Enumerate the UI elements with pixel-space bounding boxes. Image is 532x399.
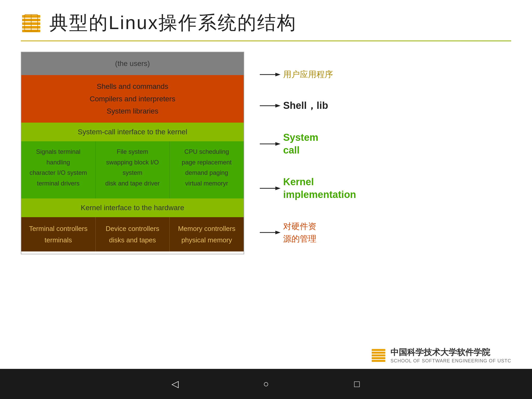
recents-button[interactable]: □ bbox=[350, 377, 363, 390]
kernel-col-cpu: CPU scheduling page replacement demand p… bbox=[170, 141, 244, 198]
bottom-logo: 中国科学技术大学软件学院 SCHOOL OF SOFTWARE ENGINEER… bbox=[371, 347, 511, 364]
ctrl-col-device: Device controllers disks and tapes bbox=[96, 217, 170, 251]
bottom-logo-icon bbox=[371, 347, 386, 364]
svg-rect-18 bbox=[372, 352, 385, 354]
ann-shell: Shell，lib bbox=[260, 99, 511, 112]
svg-rect-21 bbox=[372, 360, 385, 362]
layer-kernel-impl: Signals terminal handling character I/O … bbox=[21, 141, 244, 198]
android-nav-bar: ◁ ○ □ bbox=[0, 369, 532, 399]
bottom-logo-text: 中国科学技术大学软件学院 SCHOOL OF SOFTWARE ENGINEER… bbox=[390, 347, 511, 364]
divider bbox=[21, 41, 511, 41]
ann-syscall: System call bbox=[260, 131, 511, 157]
arrow-syscall-icon bbox=[260, 140, 281, 148]
ann-hw: 对硬件资 源的管理 bbox=[260, 220, 511, 245]
page-title: 典型的Linux操作系统的结构 bbox=[49, 10, 297, 35]
arrow-kernel-icon bbox=[260, 184, 281, 192]
school-name: 中国科学技术大学软件学院 bbox=[390, 347, 511, 358]
svg-marker-12 bbox=[275, 142, 281, 146]
ctrl-col-terminal: Terminal controllers terminals bbox=[21, 217, 96, 251]
arrow-shell-icon bbox=[260, 102, 281, 110]
layer-controllers: Terminal controllers terminals Device co… bbox=[21, 217, 244, 251]
layer-orange: Shells and commands Compilers and interp… bbox=[21, 75, 244, 123]
layer-syscall: System-call interface to the kernel bbox=[21, 123, 244, 141]
arrow-users-icon bbox=[260, 71, 281, 78]
svg-rect-20 bbox=[372, 357, 385, 359]
kernel-line2: implementation bbox=[283, 188, 356, 201]
content: (the users) Shells and commands Compiler… bbox=[0, 52, 532, 254]
shell-label: Shell，lib bbox=[283, 99, 328, 112]
svg-rect-19 bbox=[372, 354, 385, 356]
slide: 典型的Linux操作系统的结构 (the users) Shells and c… bbox=[0, 0, 532, 369]
kernel-col-filesystem: File system swapping block I/O system di… bbox=[96, 141, 170, 198]
ctrl-col-memory: Memory controllers physical memory bbox=[170, 217, 244, 251]
svg-marker-8 bbox=[275, 73, 281, 76]
hw-line2: 源的管理 bbox=[283, 232, 316, 245]
arrow-hw-icon bbox=[260, 229, 281, 236]
ann-users: 用户应用程序 bbox=[260, 69, 511, 80]
svg-rect-17 bbox=[372, 349, 385, 351]
diagram: (the users) Shells and commands Compiler… bbox=[21, 52, 244, 254]
kernel-line1: Kernel bbox=[283, 176, 356, 188]
layer-hw-interface: Kernel interface to the hardware bbox=[21, 198, 244, 217]
ann-kernel: Kernel implementation bbox=[260, 176, 511, 201]
back-button[interactable]: ◁ bbox=[169, 377, 182, 390]
hw-line1: 对硬件资 bbox=[283, 220, 316, 232]
layer-users: (the users) bbox=[21, 52, 244, 75]
logo-icon bbox=[21, 12, 42, 33]
home-button[interactable]: ○ bbox=[260, 377, 272, 390]
svg-marker-16 bbox=[275, 231, 281, 234]
svg-marker-10 bbox=[275, 104, 281, 108]
annotations: 用户应用程序 Shell，lib bbox=[260, 52, 511, 254]
school-sub: SCHOOL OF SOFTWARE ENGINEERING OF USTC bbox=[390, 358, 511, 364]
syscall-line2: call bbox=[283, 144, 318, 157]
svg-marker-14 bbox=[275, 187, 281, 190]
syscall-line1: System bbox=[283, 131, 318, 144]
header: 典型的Linux操作系统的结构 bbox=[0, 0, 532, 41]
kernel-col-signals: Signals terminal handling character I/O … bbox=[21, 141, 96, 198]
users-label: 用户应用程序 bbox=[283, 69, 333, 80]
